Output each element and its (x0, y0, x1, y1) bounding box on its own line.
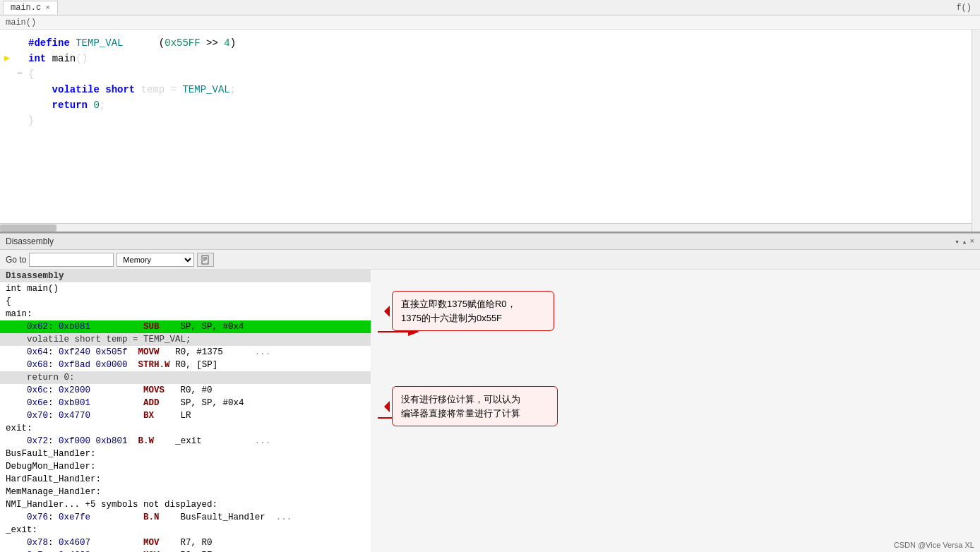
asm-line-72: 0x72: 0xf000 0xb801 B.W _exit ... (0, 435, 371, 448)
panel-minimize[interactable]: ▾ (955, 237, 960, 246)
breadcrumb: main() (6, 18, 36, 28)
code-line-6: } (0, 113, 980, 128)
disassembly-panel: Disassembly ▾ ▴ × Go to Memory Registers… (0, 233, 980, 552)
hex-val: 0x55FF (165, 37, 200, 49)
tab-label: main.c (11, 3, 41, 13)
annotation-area: 直接立即数1375赋值给R0，1375的十六进制为0x55F 没有进行移位计算，… (371, 270, 980, 552)
semicolon2: ; (100, 100, 105, 111)
code-area: #define TEMP_VAL (0x55FF >> 4) ▶ int mai… (0, 30, 980, 232)
asm-label-hardfault: HardFault_Handler: (0, 473, 371, 486)
shift-val: 4 (224, 37, 229, 49)
line-fold-3: − (14, 66, 25, 82)
goto-button[interactable] (197, 253, 214, 267)
disassembly-content: Disassembly int main() { main: 0x62: 0xb… (0, 270, 980, 552)
paren-close: ) (230, 37, 236, 49)
asm-line-nmi: NMI_Handler... +5 symbols not displayed: (0, 498, 371, 511)
watermark: CSDN @Vice Versa XL (894, 541, 974, 549)
line-content-3: { (25, 66, 980, 82)
kw-volatile: volatile (52, 84, 100, 95)
asm-line-6c: 0x6c: 0x2000 MOVS R0, #0 (0, 384, 371, 397)
asm-line-64: 0x64: 0xf240 0x505f MOVW R0, #1375 ... (0, 346, 371, 359)
goto-input[interactable] (29, 253, 114, 267)
kw-return: return (52, 100, 88, 111)
asm-line-76: 0x76: 0xe7fe B.N BusFault_Handler ... (0, 511, 371, 524)
asm-line-78: 0x78: 0x4607 MOV R7, R0 (0, 536, 371, 549)
return-val: 0 (93, 100, 99, 111)
main-c-tab[interactable]: main.c × (3, 1, 58, 14)
asm-line-highlighted: 0x62: 0xb081 SUB SP, SP, #0x4 (0, 320, 371, 333)
instr-sub: SUB (143, 322, 160, 332)
asm-label-memmanage: MemManage_Handler: (0, 486, 371, 498)
tab-bar: main.c × f() (0, 0, 980, 16)
asm-line-6e: 0x6e: 0xb001 ADD SP, SP, #0x4 (0, 397, 371, 409)
panel-titlebar: Disassembly ▾ ▴ × (0, 233, 980, 250)
bytes-b081: 0xb081 (59, 322, 90, 332)
space2 (123, 37, 158, 49)
space3 (201, 37, 206, 49)
operator: >> (206, 37, 218, 49)
op-sub: SP, SP, #0x4 (181, 322, 244, 332)
asm-code-area: Disassembly int main() { main: 0x62: 0xb… (0, 270, 371, 552)
annotation-text-2: 没有进行移位计算，可以认为编译器直接将常量进行了计算 (401, 394, 520, 419)
vertical-scrollbar[interactable] (972, 30, 980, 232)
space1 (70, 37, 76, 49)
asm-line-70: 0x70: 0x4770 BX LR (0, 409, 371, 422)
breadcrumb-bar: main() (0, 16, 980, 30)
asm-section-return: return 0: (0, 371, 371, 384)
panel-close[interactable]: × (969, 237, 974, 246)
tab-close-button[interactable]: × (45, 4, 50, 12)
semicolon: ; (230, 84, 236, 95)
scrollbar-thumb[interactable] (0, 224, 56, 232)
keyword-define: #define (28, 37, 70, 49)
panel-controls: ▾ ▴ × (955, 237, 974, 246)
asm-section-volatile: volatile short temp = TEMP_VAL; (0, 333, 371, 346)
function-indicator: f() (956, 3, 977, 13)
panel-title: Disassembly (6, 236, 54, 246)
asm-line-7a: 0x7a: 0x4638 MOV R0, R7 (0, 549, 371, 552)
space (46, 53, 52, 64)
kw-short: short (105, 84, 135, 95)
line-content-1: #define TEMP_VAL (0x55FF >> 4) (25, 35, 980, 51)
fold-icon[interactable]: − (17, 66, 23, 82)
editor-panel: main.c × f() main() #define TEMP_VAL (0x… (0, 0, 980, 233)
line-content-6: } (25, 113, 980, 128)
asm-line-68: 0x68: 0xf8ad 0x0000 STRH.W R0, [SP] (0, 359, 371, 371)
annotation-box-1: 直接立即数1375赋值给R0，1375的十六进制为0x55F (392, 291, 554, 331)
asm-label-exit: exit: (0, 422, 371, 435)
asm-label-main: main: (0, 308, 371, 320)
line-indicator-2: ▶ (0, 51, 14, 66)
paren-open: ( (159, 37, 165, 49)
asm-line-brace: { (0, 295, 371, 308)
code-line-2: ▶ int main() (0, 51, 980, 66)
annotation-text-1: 直接立即数1375赋值给R0，1375的十六进制为0x55F (401, 299, 516, 323)
goto-label: Go to (6, 255, 26, 265)
varname: temp = (135, 84, 182, 95)
asm-header: Disassembly (0, 270, 371, 282)
fn-main: main (52, 53, 76, 64)
annotation-box-2: 没有进行移位计算，可以认为编译器直接将常量进行了计算 (392, 386, 558, 426)
line-content-4: volatile short temp = TEMP_VAL; (25, 82, 980, 97)
asm-label-underscore-exit: _exit: (0, 524, 371, 536)
code-line-3: − { (0, 66, 980, 82)
memory-select[interactable]: Memory Registers Stack (116, 253, 194, 267)
line-content-2: int main() (25, 51, 980, 66)
kw-int: int (28, 53, 46, 64)
asm-label-debugmon: DebugMon_Handler: (0, 460, 371, 473)
asm-label-busfault: BusFault_Handler: (0, 448, 371, 460)
parens: () (76, 53, 88, 64)
macro-ref: TEMP_VAL (182, 84, 229, 95)
addr-62: 0x62 (27, 322, 48, 332)
disassembly-toolbar: Go to Memory Registers Stack (0, 250, 980, 270)
code-line-1: #define TEMP_VAL (0x55FF >> 4) (0, 35, 980, 51)
line-content-5: return 0; (25, 97, 980, 113)
asm-line-fn: int main() (0, 282, 371, 295)
panel-maximize[interactable]: ▴ (962, 237, 967, 246)
document-icon (201, 255, 210, 265)
current-line-arrow: ▶ (4, 51, 10, 66)
svg-rect-0 (202, 256, 208, 264)
code-line-4: volatile short temp = TEMP_VAL; (0, 82, 980, 97)
code-line-5: return 0; (0, 97, 980, 113)
horizontal-scrollbar[interactable] (0, 223, 972, 232)
macro-name: TEMP_VAL (76, 37, 123, 49)
